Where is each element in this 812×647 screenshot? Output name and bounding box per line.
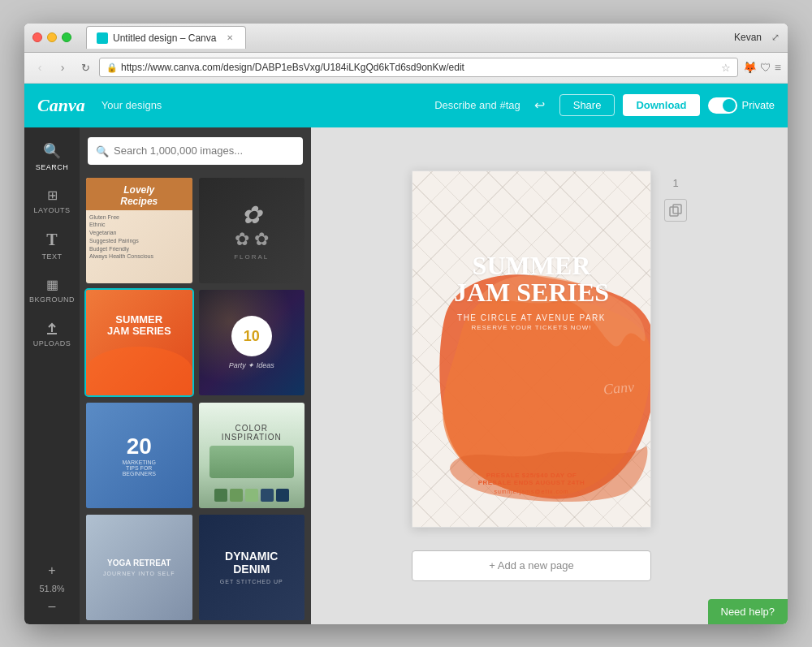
template-marketing[interactable]: 20 MARKETINGTIPS FORBEGINNERS (86, 403, 192, 508)
window-controls: Kevan ⤢ (734, 32, 780, 43)
zoom-in-button[interactable]: + (42, 561, 62, 580)
describe-tag-button[interactable]: Describe and #tag (434, 99, 520, 111)
url-bar[interactable]: 🔒 https://www.canva.com/design/DABP1eBsV… (99, 58, 738, 77)
window-expand-icon[interactable]: ⤢ (771, 32, 780, 43)
party-label: Party ✦ Ideas (229, 361, 274, 369)
summer-card-text: SUMMERJAM SERIES (86, 314, 192, 338)
lock-icon: 🔒 (106, 63, 118, 73)
layouts-icon: ⊞ (47, 188, 58, 203)
header-right: Describe and #tag ↩ Share Download Priva… (434, 94, 775, 117)
price-text: PRESALE $25/$40 DAY OF (412, 472, 650, 479)
sidebar-item-uploads[interactable]: UPLOADS (28, 312, 76, 356)
sidebar-label-layouts: LAYOUTS (34, 206, 71, 214)
sidebar-label-background: BKGROUND (29, 295, 75, 304)
browser-tab[interactable]: Untitled design – Canva ✕ (86, 26, 246, 49)
sidebar-item-text[interactable]: T TEXT (28, 222, 76, 269)
private-switch[interactable] (708, 97, 737, 114)
yoga-title: YOGA RETREAT (107, 559, 171, 567)
template-party[interactable]: 10 Party ✦ Ideas (199, 290, 305, 395)
search-wrapper: 🔍 (88, 137, 303, 165)
maximize-button[interactable] (62, 32, 71, 42)
sidebar-item-background[interactable]: ▦ BKGROUND (28, 269, 76, 312)
title-bar: Untitled design – Canva ✕ Kevan ⤢ (24, 24, 788, 53)
bookmark-icon[interactable]: ☆ (721, 62, 731, 74)
forward-button[interactable]: › (54, 58, 71, 76)
sidebar-label-search: SEARCH (36, 163, 69, 171)
denim-title: DYNAMICDENIM (225, 550, 278, 576)
sidebar-label-uploads: UPLOADS (33, 339, 71, 347)
browser-icons: 🦊 🛡 ≡ (743, 61, 781, 74)
sidebar-item-layouts[interactable]: ⊞ LAYOUTS (28, 179, 76, 222)
duplicate-page-button[interactable] (664, 199, 687, 222)
app-content: Canva Your designs Describe and #tag ↩ S… (24, 84, 788, 624)
traffic-lights (32, 32, 71, 42)
canvas-subtitle1: THE CIRCLE AT AVENUE PARK (412, 313, 650, 322)
marketing-number: 20 (127, 433, 152, 459)
canvas-area: SUMMER JAM SERIES THE CIRCLE AT AVENUE P… (311, 127, 788, 624)
minimize-button[interactable] (47, 32, 57, 42)
svg-rect-2 (670, 207, 678, 216)
tab-favicon (97, 32, 108, 44)
search-icon: 🔍 (43, 142, 61, 160)
left-sidebar: 🔍 SEARCH ⊞ LAYOUTS T TEXT ▦ BKGROUND (24, 127, 80, 624)
zoom-value: 51.8% (39, 584, 64, 593)
download-button[interactable]: Download (623, 94, 699, 116)
shield-icon: 🛡 (760, 61, 771, 74)
canvas-design-text: SUMMER JAM SERIES THE CIRCLE AT AVENUE P… (412, 252, 650, 331)
main-area: 🔍 SEARCH ⊞ LAYOUTS T TEXT ▦ BKGROUND (24, 127, 788, 624)
flowers-inner: ✿ ✿ ✿ FLORAL (234, 201, 269, 261)
your-designs-link[interactable]: Your designs (102, 99, 162, 111)
denim-subtitle: GET STITCHED UP (220, 579, 283, 584)
design-canvas[interactable]: SUMMER JAM SERIES THE CIRCLE AT AVENUE P… (412, 170, 651, 528)
need-help-button[interactable]: Need help? (708, 599, 788, 624)
template-recipes[interactable]: LovelyRecipes Gluten Free Ethnic Vegetar… (86, 178, 192, 283)
template-denim[interactable]: DYNAMICDENIM GET STITCHED UP (199, 515, 305, 620)
tab-title: Untitled design – Canva (113, 32, 216, 44)
canvas-side-tools: 1 (664, 170, 687, 222)
search-input[interactable] (88, 137, 303, 165)
canvas-subtitle2: RESERVE YOUR TICKETS NOW! (412, 324, 650, 331)
presale-end-text: PRESALE ENDS AUGUST 24TH (412, 479, 650, 486)
user-name: Kevan (734, 32, 762, 43)
close-button[interactable] (32, 32, 42, 42)
browser-window: Untitled design – Canva ✕ Kevan ⤢ ‹ › ↻ … (24, 24, 788, 624)
canva-logo: Canva (37, 95, 85, 116)
add-page-button[interactable]: + Add a new page (412, 550, 651, 581)
canvas-bottom-text: PRESALE $25/$40 DAY OF PRESALE ENDS AUGU… (412, 472, 650, 494)
refresh-button[interactable]: ↻ (76, 58, 94, 76)
tab-close-button[interactable]: ✕ (224, 32, 235, 44)
template-flowers[interactable]: ✿ ✿ ✿ FLORAL (199, 178, 305, 283)
background-icon: ▦ (46, 277, 58, 292)
summer-card-title: SUMMERJAM SERIES (86, 314, 192, 338)
template-color[interactable]: COLORINSPIRATION (199, 403, 305, 508)
toggle-knob (723, 99, 736, 112)
page-number: 1 (672, 177, 678, 189)
private-toggle: Private (708, 97, 775, 114)
zoom-out-button[interactable]: – (42, 597, 62, 616)
search-icon-inner: 🔍 (96, 144, 109, 157)
templates-grid: LovelyRecipes Gluten Free Ethnic Vegetar… (80, 175, 311, 624)
recipes-body: Gluten Free Ethnic Vegetarian Suggested … (86, 210, 192, 265)
sidebar-label-text: TEXT (41, 252, 62, 261)
website-text: SUMMERJAMS@ETIX.COM (412, 489, 650, 494)
marketing-text: MARKETINGTIPS FORBEGINNERS (122, 459, 156, 477)
templates-panel: 🔍 LovelyRecipes Gluten Free Ethnic Veget… (80, 127, 311, 624)
canvas-main-title-line1: SUMMER (412, 252, 650, 280)
share-button[interactable]: Share (559, 94, 615, 116)
private-label: Private (742, 99, 775, 111)
app-header: Canva Your designs Describe and #tag ↩ S… (24, 84, 788, 127)
yoga-subtitle: JOURNEY INTO SELF (103, 571, 175, 576)
canvas-wrapper: SUMMER JAM SERIES THE CIRCLE AT AVENUE P… (412, 170, 687, 581)
search-bar: 🔍 (80, 127, 311, 175)
template-yoga[interactable]: YOGA RETREAT JOURNEY INTO SELF (86, 515, 192, 620)
back-button[interactable]: ‹ (31, 58, 49, 76)
svg-rect-3 (673, 205, 681, 214)
undo-button[interactable]: ↩ (529, 94, 551, 117)
color-swatches (208, 482, 296, 508)
color-title: COLORINSPIRATION (222, 424, 282, 442)
party-circle: 10 (231, 316, 272, 356)
zoom-controls: + 51.8% – (39, 553, 64, 624)
template-summer[interactable]: SUMMERJAM SERIES (86, 290, 192, 395)
menu-icon[interactable]: ≡ (775, 61, 781, 74)
sidebar-item-search[interactable]: 🔍 SEARCH (28, 134, 76, 179)
